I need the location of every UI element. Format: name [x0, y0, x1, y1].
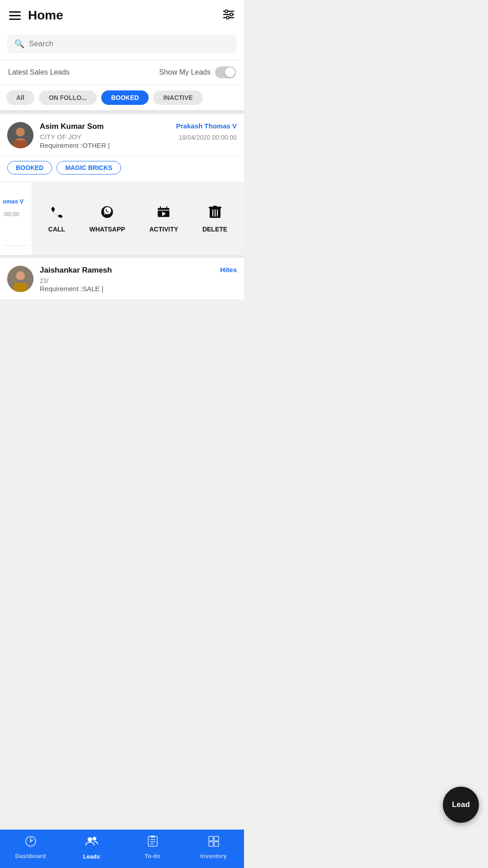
filter-icon[interactable] [222, 8, 235, 23]
svg-point-20 [16, 271, 25, 280]
show-my-leads-label: Show My Leads [159, 68, 211, 76]
pill-on-follow[interactable]: ON FOLLO... [39, 90, 97, 105]
header-left: Home [9, 8, 63, 23]
actions-row: CALL WHATSAPP ACTIVITY [32, 183, 244, 255]
delete-action[interactable]: DELETE [202, 205, 227, 233]
whatsapp-icon [100, 205, 114, 222]
svg-rect-9 [14, 140, 27, 148]
svg-point-4 [230, 13, 233, 16]
activity-label: ACTIVITY [150, 226, 178, 233]
pill-all[interactable]: All [6, 90, 34, 105]
svg-point-5 [226, 16, 229, 19]
filter-pills: All ON FOLLO... BOOKED INACTIVE [0, 85, 244, 111]
show-my-leads-container: Show My Leads [159, 66, 236, 78]
svg-point-7 [16, 127, 25, 137]
hamburger-menu[interactable] [9, 11, 21, 20]
card-name-row-2: Jaishankar Ramesh Hites [40, 266, 237, 275]
lead-date-1: 18/04/2020 00:00:00 [179, 134, 237, 141]
peek-agent-text: omas V [0, 196, 32, 207]
lead-requirement-2: Requirement :SALE | [40, 285, 103, 292]
svg-rect-15 [213, 206, 217, 207]
toggle-row: Latest Sales Leads Show My Leads [0, 60, 244, 85]
page-title: Home [28, 8, 63, 23]
swipe-panel: omas V :00:00 CALL WHATSAPP [0, 183, 244, 255]
lead-card-2: Jaishankar Ramesh Hites 23/ Requirement … [0, 258, 244, 299]
card-name-row-1: Asim Kumar Som Prakash Thomas V [40, 122, 237, 131]
header: Home [0, 0, 244, 30]
peek-time-text: :00:00 [0, 209, 32, 219]
card-main-1: Asim Kumar Som Prakash Thomas V CITY OF … [0, 114, 244, 156]
search-input[interactable] [29, 39, 230, 48]
lead-card-1: Asim Kumar Som Prakash Thomas V CITY OF … [0, 114, 244, 182]
activity-icon [157, 205, 170, 222]
show-my-leads-toggle[interactable] [215, 66, 236, 78]
swipe-left-peek: omas V :00:00 [0, 183, 32, 255]
card-tags-1: BOOKED MAGIC BRICKS [0, 156, 244, 182]
search-icon: 🔍 [14, 39, 24, 49]
call-label: CALL [48, 226, 65, 233]
whatsapp-label: WHATSAPP [89, 226, 125, 233]
search-bar: 🔍 [0, 30, 244, 60]
delete-icon [209, 205, 221, 222]
lead-agent-2[interactable]: Hites [220, 266, 237, 274]
svg-point-3 [225, 10, 228, 13]
lead-name-2: Jaishankar Ramesh [40, 266, 112, 275]
delete-label: DELETE [202, 226, 227, 233]
avatar-1 [7, 122, 33, 148]
lead-requirement-1: Requirement :OTHER | [40, 142, 110, 149]
search-input-wrap[interactable]: 🔍 [7, 34, 237, 53]
whatsapp-action[interactable]: WHATSAPP [89, 205, 125, 233]
activity-action[interactable]: ACTIVITY [150, 205, 178, 233]
pill-booked[interactable]: BOOKED [101, 90, 149, 105]
avatar-2 [7, 266, 33, 292]
lead-agent-1[interactable]: Prakash Thomas V [176, 122, 237, 130]
card-main-2: Jaishankar Ramesh Hites 23/ Requirement … [0, 258, 244, 299]
call-action[interactable]: CALL [48, 205, 65, 233]
svg-rect-21 [14, 283, 27, 292]
pill-inactive[interactable]: INACTIVE [153, 90, 202, 105]
tag-magic-bricks[interactable]: MAGIC BRICKS [56, 161, 121, 175]
lead-name-1: Asim Kumar Som [40, 122, 104, 131]
lead-date-2: 23/ [40, 277, 48, 284]
latest-sales-leads-label: Latest Sales Leads [8, 68, 70, 76]
tag-booked[interactable]: BOOKED [7, 161, 52, 175]
card-info-1: Asim Kumar Som Prakash Thomas V CITY OF … [40, 122, 237, 150]
lead-company-1: CITY OF JOY [40, 133, 81, 141]
call-icon [50, 205, 63, 222]
card-info-2: Jaishankar Ramesh Hites 23/ Requirement … [40, 266, 237, 293]
